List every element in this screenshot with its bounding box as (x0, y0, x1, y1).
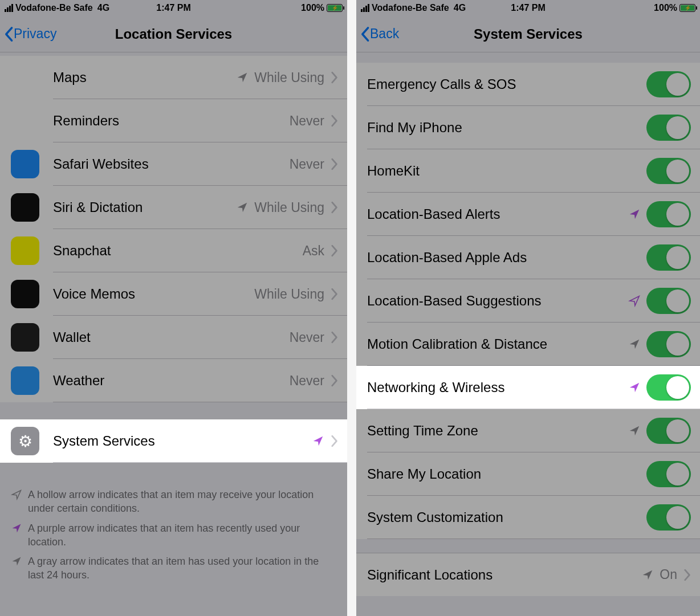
chevron-left-icon (360, 26, 370, 42)
status-bar: Vodafone-Be Safe 4G 1:47 PM 100% ⚡ (0, 0, 347, 16)
row-status: Never (290, 157, 324, 172)
toggle-switch[interactable] (646, 331, 691, 357)
row-weather[interactable]: Weather Never (0, 359, 347, 402)
battery-percent: 100% (301, 3, 324, 13)
battery-icon: ⚡ (679, 4, 695, 12)
row-label: Find My iPhone (367, 120, 646, 136)
nav-title: Location Services (115, 26, 232, 42)
row-label: Significant Locations (367, 567, 641, 583)
toggle-switch[interactable] (646, 288, 691, 314)
location-arrow-hollow-icon (11, 489, 22, 500)
row-voice-memos[interactable]: Voice Memos While Using (0, 272, 347, 316)
chevron-right-icon (330, 115, 338, 127)
nav-title: System Services (474, 26, 583, 42)
toggle-switch[interactable] (646, 418, 691, 444)
chevron-left-icon (3, 26, 14, 42)
nav-bar: Back System Services (356, 16, 700, 52)
row-snapchat[interactable]: Snapchat Ask (0, 229, 347, 272)
row-label: Location-Based Alerts (367, 206, 628, 222)
row-status: While Using (254, 287, 324, 302)
toggle-switch[interactable] (646, 71, 691, 97)
row-significant-locations[interactable]: Significant Locations On (356, 553, 700, 596)
row-label: Weather (53, 373, 290, 389)
app-icon (11, 107, 39, 135)
app-icon (11, 323, 39, 352)
location-arrow-icon (628, 425, 641, 437)
back-label: Back (370, 26, 399, 42)
row-system-customization: System Customization (356, 496, 700, 539)
row-label: Share My Location (367, 466, 646, 482)
toggle-switch[interactable] (646, 374, 691, 401)
row-label: HomeKit (367, 163, 646, 179)
app-icon (11, 236, 39, 265)
location-arrow-icon (628, 295, 641, 307)
toggle-switch[interactable] (646, 158, 691, 184)
app-icon (11, 193, 39, 222)
row-status: While Using (254, 200, 324, 215)
services-list: Emergency Calls & SOS Find My iPhone Hom… (356, 63, 700, 539)
row-label: Location-Based Suggestions (367, 293, 628, 309)
network-label: 4G (454, 3, 466, 13)
legend: A hollow arrow indicates that an item ma… (0, 480, 347, 594)
toggle-switch[interactable] (646, 461, 691, 487)
row-siri-dictation[interactable]: Siri & Dictation While Using (0, 186, 347, 229)
app-icon (11, 366, 39, 395)
battery-percent: 100% (654, 3, 677, 13)
row-label: Voice Memos (53, 286, 254, 302)
row-label: Maps (53, 70, 236, 85)
carrier-label: Vodafone-Be Safe (372, 3, 449, 13)
row-wallet[interactable]: Wallet Never (0, 316, 347, 359)
chevron-right-icon (330, 331, 338, 344)
back-button[interactable]: Back (356, 26, 399, 42)
row-label: Emergency Calls & SOS (367, 76, 646, 92)
chevron-right-icon (683, 569, 691, 581)
toggle-switch[interactable] (646, 201, 691, 227)
location-arrow-icon (628, 208, 641, 221)
time-label: 1:47 PM (156, 3, 190, 13)
app-icon (11, 280, 39, 308)
row-status: Ask (303, 243, 324, 259)
row-label: Safari Websites (53, 156, 290, 172)
chevron-right-icon (330, 201, 338, 214)
screenshot-system-services: Vodafone-Be Safe 4G 1:47 PM 100% ⚡ Back … (356, 0, 700, 616)
row-homekit: HomeKit (356, 149, 700, 193)
row-location-based-alerts: Location-Based Alerts (356, 193, 700, 236)
location-arrow-icon (236, 71, 249, 84)
row-safari-websites[interactable]: Safari Websites Never (0, 142, 347, 186)
row-label: Setting Time Zone (367, 423, 628, 439)
toggle-switch[interactable] (646, 504, 691, 531)
row-location-based-suggestions: Location-Based Suggestions (356, 279, 700, 323)
chevron-right-icon (330, 288, 338, 300)
toggle-switch[interactable] (646, 115, 691, 141)
row-label: Networking & Wireless (367, 380, 628, 395)
row-maps[interactable]: Maps While Using (0, 56, 347, 99)
row-status: On (660, 567, 677, 582)
row-label: Snapchat (53, 243, 303, 259)
toggle-switch[interactable] (646, 244, 691, 271)
location-arrow-purple-icon (11, 523, 22, 534)
back-label: Privacy (14, 26, 56, 42)
row-label: System Services (53, 433, 312, 449)
status-bar: Vodafone-Be Safe 4G 1:47 PM 100% ⚡ (356, 0, 700, 16)
location-arrow-icon (641, 569, 654, 581)
row-system-services[interactable]: ⚙︎ System Services (0, 419, 347, 463)
row-reminders[interactable]: Reminders Never (0, 99, 347, 142)
nav-bar: Privacy Location Services (0, 16, 347, 52)
location-arrow-icon (312, 435, 324, 447)
back-button[interactable]: Privacy (0, 26, 56, 42)
row-setting-time-zone: Setting Time Zone (356, 409, 700, 452)
chevron-right-icon (330, 244, 338, 257)
legend-purple-text: A purple arrow indicates that an item ha… (28, 521, 336, 549)
location-arrow-icon (628, 338, 641, 350)
signal-icon (5, 4, 13, 12)
legend-gray-text: A gray arrow indicates that an item has … (28, 554, 336, 582)
chevron-right-icon (330, 374, 338, 387)
chevron-right-icon (330, 435, 338, 447)
row-status: Never (290, 330, 324, 345)
row-label: Location-Based Apple Ads (367, 250, 646, 266)
row-motion-calibration-distance: Motion Calibration & Distance (356, 323, 700, 366)
app-icon (11, 150, 39, 178)
row-status: Never (290, 113, 324, 129)
signal-icon (361, 4, 369, 12)
app-list: Maps While Using Reminders Never Safari … (0, 56, 347, 463)
